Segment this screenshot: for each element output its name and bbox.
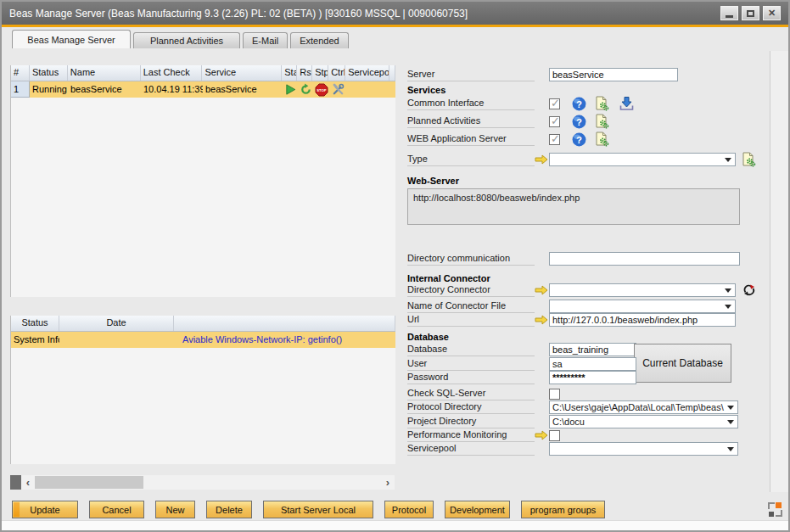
server-row[interactable]: 1 Running beasService 10.04.19 11:39 bea… [11, 81, 395, 98]
restart-service-button[interactable] [298, 81, 313, 98]
service-control-button[interactable] [329, 81, 346, 98]
scrollbar-grip[interactable] [10, 475, 21, 490]
log-col-status[interactable]: Status [11, 316, 59, 331]
accent-line [2, 25, 788, 27]
log-col-date[interactable]: Date [59, 316, 174, 331]
link-arrow-icon[interactable] [535, 285, 548, 295]
type-dropdown[interactable] [549, 153, 736, 166]
update-button[interactable]: Update [12, 501, 78, 518]
start-server-local-button[interactable]: Start Server Local [263, 501, 373, 518]
url-input[interactable] [549, 313, 736, 327]
protocol-directory-row: Protocol Directory C:\Users\gaje\AppData… [407, 400, 770, 414]
servicepool-dropdown[interactable] [549, 442, 738, 456]
directory-connector-dropdown[interactable] [549, 283, 736, 297]
server-grid-header: # Status Name Last Check Service Sta Rst… [11, 65, 395, 81]
link-arrow-icon[interactable] [535, 154, 548, 165]
planned-activities-help-button[interactable]: ? [572, 115, 586, 129]
col-header-last-check[interactable]: Last Check [141, 65, 203, 81]
refresh-connector-button[interactable] [742, 283, 756, 297]
scroll-left-button[interactable]: ‹ [21, 475, 35, 490]
col-header-sta[interactable]: Sta [282, 65, 297, 81]
minimize-button[interactable] [720, 6, 738, 20]
project-directory-dropdown[interactable]: C:\docu [549, 415, 738, 428]
planned-activities-row: Planned Activities ? [407, 115, 770, 128]
protocol-button[interactable]: Protocol [384, 501, 434, 518]
scroll-right-button[interactable]: › [381, 475, 395, 490]
user-input[interactable] [549, 357, 636, 371]
download-icon [619, 96, 635, 111]
common-interface-checkbox[interactable] [549, 98, 560, 109]
user-row: User [407, 357, 770, 371]
stop-icon: STOP [315, 83, 328, 97]
protocol-directory-dropdown[interactable]: C:\Users\gaje\AppData\Local\Temp\beas\ [549, 400, 738, 414]
common-interface-config-button[interactable] [594, 96, 609, 111]
delete-button[interactable]: Delete [206, 501, 252, 518]
cancel-button[interactable]: Cancel [89, 501, 144, 518]
horizontal-scrollbar[interactable]: ‹ › [10, 475, 395, 490]
protocol-directory-label: Protocol Directory [407, 400, 535, 414]
common-interface-download-button[interactable] [619, 96, 635, 111]
planned-activities-config-button[interactable] [594, 114, 609, 129]
server-row-number[interactable]: 1 [11, 81, 30, 98]
chevron-down-icon [725, 158, 731, 162]
directory-connector-row: Directory Connector [407, 283, 770, 297]
type-label: Type [407, 153, 535, 166]
directory-communication-input[interactable] [549, 252, 740, 266]
svg-text:?: ? [576, 116, 582, 126]
directory-communication-row: Directory communication [407, 252, 770, 266]
close-button[interactable]: ✕ [763, 6, 781, 20]
new-button[interactable]: New [155, 501, 195, 518]
web-application-server-checkbox[interactable] [549, 134, 560, 145]
web-application-server-help-button[interactable]: ? [572, 132, 586, 147]
performance-monitoring-checkbox[interactable] [549, 430, 560, 441]
common-interface-label: Common Interface [407, 97, 535, 110]
minimize-icon [726, 15, 733, 18]
program-groups-button[interactable]: program groups [521, 501, 605, 518]
maximize-button[interactable] [742, 6, 759, 20]
layout-toggle-icon[interactable] [768, 502, 782, 517]
col-header-num[interactable]: # [11, 65, 30, 81]
svg-text:?: ? [576, 98, 582, 109]
col-header-stp[interactable]: Stp [312, 65, 328, 81]
link-arrow-icon[interactable] [535, 315, 548, 325]
window-controls: ✕ [720, 6, 781, 20]
web-application-server-row: WEB Application Server ? [407, 132, 770, 146]
col-header-service[interactable]: Service [202, 65, 282, 81]
log-row-message: Aviable Windows-Network-IP: getinfo() [174, 332, 395, 348]
tab-email[interactable]: E-Mail [243, 32, 288, 48]
development-button[interactable]: Development [445, 501, 510, 518]
stop-service-button[interactable]: STOP [313, 81, 329, 98]
footer-button-bar: Update Cancel New Delete Start Server Lo… [12, 501, 616, 518]
log-row[interactable]: System Info Aviable Windows-Network-IP: … [11, 332, 395, 348]
connector-file-dropdown[interactable] [549, 300, 736, 313]
directory-communication-label: Directory communication [407, 252, 535, 266]
tab-beas-manage-server[interactable]: Beas Manage Server [12, 30, 131, 48]
planned-activities-checkbox[interactable] [549, 116, 560, 127]
type-config-button[interactable] [741, 152, 756, 167]
col-header-ctrl[interactable]: Ctrl [328, 65, 345, 81]
start-service-button[interactable] [283, 81, 298, 98]
chevron-down-icon [725, 305, 731, 309]
web-server-heading: Web-Server [407, 174, 770, 188]
col-header-rst[interactable]: Rst [297, 65, 312, 81]
play-icon [284, 83, 297, 96]
right-gutter [770, 51, 788, 492]
scrollbar-thumb[interactable] [35, 476, 143, 489]
check-sql-server-checkbox[interactable] [549, 389, 560, 400]
scrollbar-track[interactable] [143, 475, 381, 490]
password-input[interactable] [549, 371, 636, 384]
directory-connector-label: Directory Connector [407, 283, 535, 297]
project-directory-value: C:\docu [552, 417, 585, 427]
tab-extended[interactable]: Extended [290, 32, 348, 48]
server-input[interactable] [549, 68, 678, 81]
col-header-status[interactable]: Status [30, 65, 68, 81]
database-input[interactable] [549, 343, 636, 356]
link-arrow-icon[interactable] [535, 430, 548, 440]
web-application-server-config-button[interactable] [594, 132, 609, 147]
log-row-status: System Info [11, 332, 59, 348]
col-header-servicepool[interactable]: Servicepool [345, 65, 389, 81]
col-header-name[interactable]: Name [68, 65, 141, 81]
server-field-row: Server [407, 68, 770, 81]
tab-planned-activities[interactable]: Planned Activities [133, 32, 240, 48]
common-interface-help-button[interactable]: ? [572, 97, 586, 111]
